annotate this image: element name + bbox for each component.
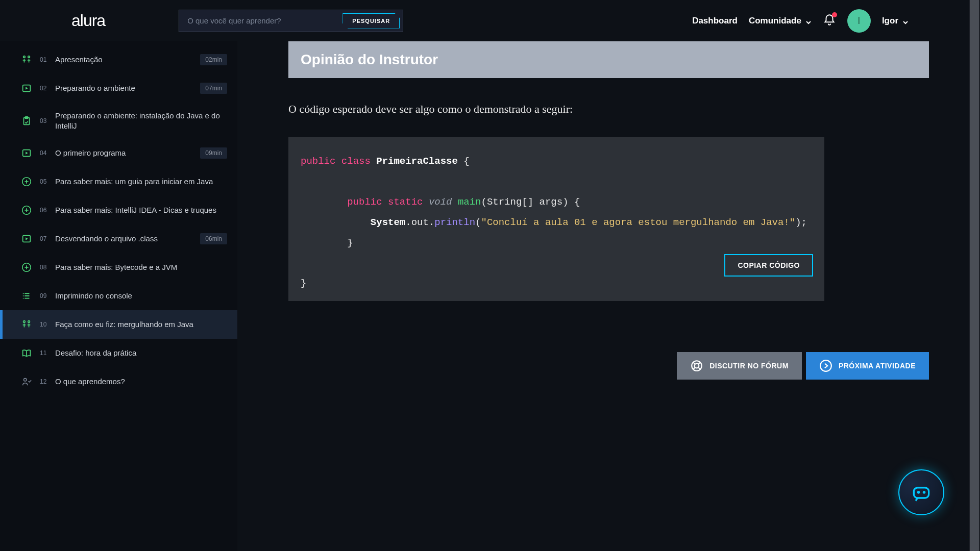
community-label: Comunidade — [749, 16, 801, 26]
action-row: DISCUTIR NO FÓRUM PRÓXIMA ATIVIDADE — [288, 352, 929, 380]
sidebar-item-05[interactable]: 05 Para saber mais: um guia para iniciar… — [0, 167, 237, 196]
instructor-banner: Opinião do Instrutor — [288, 41, 929, 78]
forum-label: DISCUTIR NO FÓRUM — [709, 362, 789, 370]
lesson-number: 05 — [40, 178, 48, 185]
user-name: Igor — [882, 16, 898, 26]
lesson-duration: 06min — [200, 233, 227, 244]
lesson-duration: 09min — [200, 147, 227, 159]
lesson-title: O primeiro programa — [55, 148, 193, 158]
intro-text: O código esperado deve ser algo como o d… — [288, 103, 929, 116]
next-label: PRÓXIMA ATIVIDADE — [839, 362, 916, 370]
svg-point-11 — [23, 295, 24, 296]
content: Opinião do Instrutor O código esperado d… — [237, 41, 980, 551]
sidebar-item-07[interactable]: 07 Desvendando o arquivo .class 06min — [0, 224, 237, 253]
lesson-title: Faça como eu fiz: mergulhando em Java — [55, 319, 227, 330]
lesson-title: Para saber mais: IntelliJ IDEA - Dicas e… — [55, 205, 227, 215]
chat-bot-icon — [910, 481, 933, 504]
instructor-title: Opinião do Instrutor — [301, 52, 917, 68]
lesson-number: 07 — [40, 235, 48, 242]
person-icon — [20, 375, 33, 388]
video-icon — [20, 147, 33, 159]
svg-point-13 — [23, 321, 26, 323]
video-icon — [20, 233, 33, 245]
main-wrap: 01 Apresentação 02min 02 Preparando o am… — [0, 41, 980, 551]
lesson-number: 03 — [40, 117, 48, 124]
lesson-title: Imprimindo no console — [55, 291, 227, 301]
lesson-number: 10 — [40, 321, 48, 328]
lesson-title: Preparando o ambiente: instalação do Jav… — [55, 111, 227, 131]
svg-point-12 — [23, 298, 24, 299]
logo[interactable]: alura — [71, 11, 105, 30]
plus-icon — [20, 204, 33, 216]
next-activity-button[interactable]: PRÓXIMA ATIVIDADE — [806, 352, 929, 380]
video-icon — [20, 82, 33, 94]
header-right: Dashboard Comunidade I Igor — [692, 9, 909, 33]
lesson-number: 09 — [40, 292, 48, 299]
lesson-number: 04 — [40, 149, 48, 157]
sidebar-item-01[interactable]: 01 Apresentação 02min — [0, 45, 237, 74]
arrow-right-circle-icon — [819, 359, 832, 372]
copy-code-button[interactable]: COPIAR CÓDIGO — [724, 254, 813, 277]
svg-point-15 — [24, 379, 27, 382]
sidebar-item-02[interactable]: 02 Preparando o ambiente 07min — [0, 74, 237, 103]
sidebar-item-12[interactable]: 12 O que aprendemos? — [0, 367, 237, 396]
lesson-title: Desafio: hora da prática — [55, 348, 227, 358]
sidebar-item-11[interactable]: 11 Desafio: hora da prática — [0, 339, 237, 367]
sidebar-item-03[interactable]: 03 Preparando o ambiente: instalação do … — [0, 103, 237, 139]
clipboard-icon — [20, 115, 33, 127]
lesson-number: 01 — [40, 56, 48, 63]
plus-icon — [20, 176, 33, 188]
hands-icon — [20, 318, 33, 331]
svg-point-1 — [28, 56, 30, 58]
lesson-number: 02 — [40, 85, 48, 92]
avatar[interactable]: I — [847, 9, 871, 33]
lifebuoy-icon — [690, 359, 703, 372]
dashboard-label: Dashboard — [692, 16, 738, 26]
sidebar-item-06[interactable]: 06 Para saber mais: IntelliJ IDEA - Dica… — [0, 196, 237, 224]
chevron-down-icon — [902, 18, 909, 24]
lesson-title: O que aprendemos? — [55, 377, 227, 387]
lesson-number: 06 — [40, 207, 48, 214]
sidebar-item-08[interactable]: 08 Para saber mais: Bytecode e a JVM — [0, 253, 237, 282]
user-menu[interactable]: Igor — [882, 16, 909, 26]
sidebar-item-09[interactable]: 09 Imprimindo no console — [0, 282, 237, 310]
plus-icon — [20, 261, 33, 273]
lesson-number: 08 — [40, 264, 48, 271]
chevron-down-icon — [805, 18, 812, 24]
lesson-title: Apresentação — [55, 55, 193, 65]
notifications-button[interactable] — [823, 13, 836, 29]
sidebar-item-10[interactable]: 10 Faça como eu fiz: mergulhando em Java — [0, 310, 237, 339]
svg-point-14 — [28, 321, 30, 323]
notification-dot — [832, 12, 837, 17]
svg-point-17 — [695, 364, 699, 368]
chat-fab[interactable] — [898, 469, 944, 515]
svg-point-21 — [923, 491, 926, 494]
code-block: public class PrimeiraClasse { public sta… — [288, 137, 824, 301]
discuss-forum-button[interactable]: DISCUTIR NO FÓRUM — [677, 352, 802, 380]
svg-point-0 — [23, 56, 26, 58]
dashboard-link[interactable]: Dashboard — [692, 16, 738, 26]
community-menu[interactable]: Comunidade — [749, 16, 812, 26]
svg-rect-19 — [914, 488, 928, 498]
sidebar-item-04[interactable]: 04 O primeiro programa 09min — [0, 139, 237, 167]
book-icon — [20, 347, 33, 359]
sidebar: 01 Apresentação 02min 02 Preparando o am… — [0, 41, 237, 551]
lesson-title: Preparando o ambiente — [55, 83, 193, 93]
lesson-title: Para saber mais: um guia para iniciar em… — [55, 177, 227, 187]
svg-point-10 — [23, 293, 24, 294]
lesson-title: Desvendando o arquivo .class — [55, 234, 193, 244]
search-button[interactable]: PESQUISAR — [342, 13, 400, 29]
lesson-duration: 07min — [200, 83, 227, 94]
search-input[interactable] — [187, 16, 342, 25]
svg-point-20 — [917, 491, 920, 494]
list-icon — [20, 290, 33, 302]
lesson-number: 11 — [40, 349, 48, 357]
lesson-number: 12 — [40, 378, 48, 385]
lesson-duration: 02min — [200, 54, 227, 65]
hands-icon — [20, 54, 33, 66]
app-header: alura PESQUISAR Dashboard Comunidade I I… — [0, 0, 980, 41]
search-container: PESQUISAR — [179, 10, 403, 32]
svg-point-18 — [820, 360, 831, 371]
lesson-title: Para saber mais: Bytecode e a JVM — [55, 262, 227, 272]
